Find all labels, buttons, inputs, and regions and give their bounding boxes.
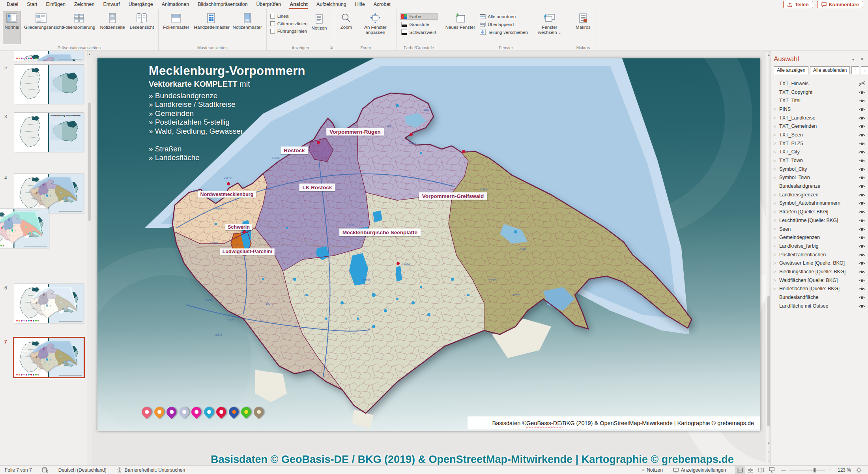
layer-item[interactable]: ▷ TXT_Landkreise <box>774 114 866 122</box>
move-down-icon[interactable]: ⌄ <box>861 66 868 74</box>
slide-sorter-button[interactable]: Foliensortierung <box>61 11 97 44</box>
guides-checkbox[interactable]: Führungslinien <box>269 28 309 34</box>
expand-icon[interactable]: ▷ <box>774 253 779 256</box>
layer-item[interactable]: ▷ Siedlungsfläche [Quelle: BKG] <box>774 267 866 276</box>
layer-item[interactable]: ▷ PINS <box>774 105 866 114</box>
expand-icon[interactable]: ▷ <box>774 210 779 214</box>
expand-icon[interactable]: ▷ <box>774 287 779 291</box>
normal-view-button[interactable]: Normal <box>3 11 21 44</box>
visible-eye-icon[interactable] <box>858 115 866 121</box>
expand-icon[interactable]: ▷ <box>774 236 779 239</box>
layer-item[interactable]: ▷ TXT_Hinweis <box>774 79 866 88</box>
visible-eye-icon[interactable] <box>858 218 866 223</box>
expand-icon[interactable]: ▷ <box>774 133 779 136</box>
layer-item[interactable]: ▷ Bundeslandfläche <box>774 293 866 302</box>
expand-icon[interactable]: ▷ <box>774 270 779 273</box>
language-selector[interactable]: Deutsch (Deutschland) <box>53 466 112 474</box>
zoom-slider[interactable] <box>789 470 825 470</box>
handout-master-button[interactable]: Handzettelmaster <box>193 11 230 44</box>
comments-button[interactable]: Kommentare <box>817 1 863 8</box>
expand-icon[interactable]: ▷ <box>774 202 779 205</box>
layer-item[interactable]: ▷ TXT_Copyright <box>774 88 866 97</box>
macros-button[interactable]: Makros <box>574 11 592 44</box>
visible-eye-icon[interactable] <box>858 278 866 283</box>
layer-item[interactable]: ▷ Bundeslandgrenze <box>774 182 866 190</box>
move-up-icon[interactable]: ⌃ <box>851 66 859 74</box>
slide-thumbnail[interactable]: Mecklenburg-Vorpommern <box>14 65 84 104</box>
visible-eye-icon[interactable] <box>858 303 866 309</box>
ribbon-tab[interactable]: Acrobat <box>369 0 395 9</box>
map-region-label[interactable]: LK Rostock <box>299 184 335 191</box>
visible-eye-icon[interactable] <box>858 243 866 249</box>
zoom-level[interactable]: 123 % <box>835 466 853 474</box>
hide-all-button[interactable]: Alle ausblenden <box>810 66 850 74</box>
expand-icon[interactable]: ▷ <box>774 167 779 171</box>
slide-thumbnail[interactable]: Mecklenburg-Vorpommern <box>0 209 49 248</box>
ribbon-tab[interactable]: Entwurf <box>99 0 124 9</box>
map-pins-legend[interactable] <box>142 407 264 417</box>
visible-eye-icon[interactable] <box>858 166 866 172</box>
share-button[interactable]: Teilen <box>783 1 813 8</box>
slide-thumbnail[interactable]: Mecklenburg-Vorpommern <box>14 51 84 61</box>
layer-item[interactable]: ▷ Symbol_Autobahnnummern <box>774 199 866 208</box>
pane-dropdown-icon[interactable]: ▾ <box>848 57 858 62</box>
visible-eye-icon[interactable] <box>858 252 866 258</box>
layer-item[interactable]: ▷ Landkreise_farbig <box>774 242 866 250</box>
visible-eye-icon[interactable] <box>858 183 866 189</box>
layer-item[interactable]: ▷ Straßen [Quelle: BKG] <box>774 207 866 216</box>
layer-item[interactable]: ▷ Gemeindegrenzen <box>774 233 866 242</box>
switch-windows-button[interactable]: Fenster wechseln ⌄ <box>531 11 568 44</box>
ribbon-tab[interactable]: Überprüfen <box>252 0 286 9</box>
visible-eye-icon[interactable] <box>858 90 866 95</box>
spellcheck-status-icon[interactable] <box>37 466 53 474</box>
visible-eye-icon[interactable] <box>858 200 866 206</box>
slide-thumbnail[interactable]: Mecklenburg-Vorpommern <box>14 338 84 377</box>
slide-thumbnail[interactable]: Mecklenburg-Vorpommern <box>14 113 84 152</box>
grayscale-button[interactable]: Graustufe <box>400 21 438 28</box>
hidden-eye-icon[interactable] <box>858 81 866 86</box>
thumbnail-scrollbar[interactable]: ▲ <box>87 51 92 465</box>
expand-icon[interactable]: ▷ <box>774 176 779 179</box>
map-region-label[interactable]: Ludwigslust-Parchim <box>220 248 275 255</box>
normal-view-toggle[interactable] <box>735 466 745 474</box>
map-region-label[interactable]: Nordwestmecklenburg <box>198 191 256 198</box>
ribbon-tab[interactable]: Aufzeichnung <box>312 0 351 9</box>
visible-eye-icon[interactable] <box>858 260 866 266</box>
slide-thumbnail[interactable]: Mecklenburg-Vorpommern <box>14 284 84 323</box>
ribbon-tab[interactable]: Animationen <box>157 0 194 9</box>
layer-item[interactable]: ▷ Seen <box>774 225 866 233</box>
expand-icon[interactable]: ▷ <box>774 107 779 111</box>
map-region-label[interactable]: Schwerin <box>225 224 252 230</box>
ruler-checkbox[interactable]: Lineal <box>269 13 309 19</box>
visible-eye-icon[interactable] <box>858 209 866 215</box>
expand-icon[interactable]: ▷ <box>774 125 779 128</box>
layer-item[interactable]: ▷ TXT_City <box>774 148 866 157</box>
zoom-button[interactable]: Zoom <box>337 11 355 44</box>
expand-icon[interactable]: ▷ <box>774 261 779 265</box>
outline-view-button[interactable]: Gliederungsansicht <box>22 11 60 44</box>
expand-icon[interactable]: ▷ <box>774 244 779 248</box>
ribbon-tab[interactable]: Ansicht <box>285 0 312 9</box>
scroll-up-icon[interactable]: ▲ <box>87 51 92 56</box>
expand-icon[interactable]: ▷ <box>774 218 779 222</box>
visible-eye-icon[interactable] <box>858 149 866 155</box>
new-window-button[interactable]: Neues Fenster <box>444 11 477 44</box>
show-all-button[interactable]: Alle anzeigen <box>774 66 808 74</box>
slide-indicator[interactable]: Folie 7 von 7 <box>4 466 37 474</box>
map-region-label[interactable]: Vorpommern-Greifswald <box>419 192 487 200</box>
visible-eye-icon[interactable] <box>858 98 866 103</box>
visible-eye-icon[interactable] <box>858 295 866 300</box>
visible-eye-icon[interactable] <box>858 235 866 240</box>
expand-icon[interactable]: ▷ <box>774 227 779 231</box>
slide-thumbnail[interactable]: Mecklenburg-Vorpommern <box>14 174 84 213</box>
layer-item[interactable]: ▷ Gewässer Linie [Quelle: BKG] <box>774 259 866 267</box>
layer-item[interactable]: ▷ TXT_Titel <box>774 96 866 105</box>
expand-icon[interactable]: ▷ <box>774 193 779 196</box>
expand-icon[interactable]: ▷ <box>774 116 779 119</box>
ribbon-tab[interactable]: Bildschirmpräsentation <box>193 0 252 9</box>
visible-eye-icon[interactable] <box>858 269 866 274</box>
visible-eye-icon[interactable] <box>858 286 866 291</box>
ribbon-tab[interactable]: Hilfe <box>351 0 369 9</box>
reading-view-toggle[interactable] <box>756 466 767 474</box>
visible-eye-icon[interactable] <box>858 132 866 138</box>
